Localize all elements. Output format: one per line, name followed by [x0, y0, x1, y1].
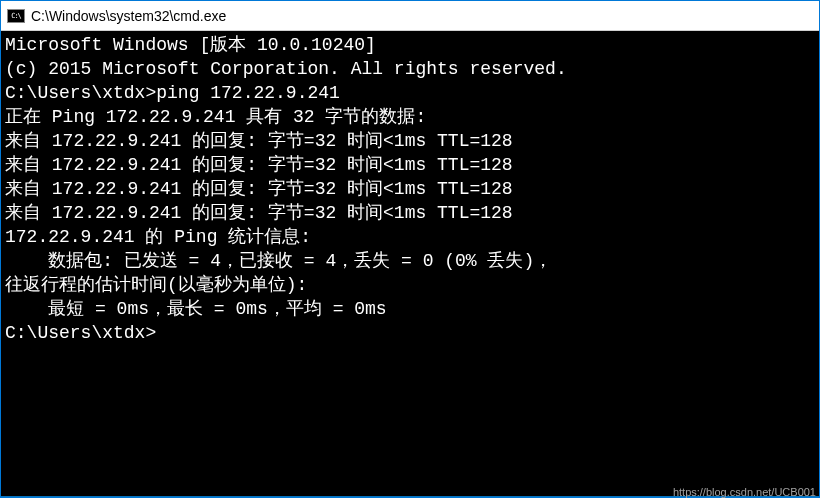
terminal-line: 来自 172.22.9.241 的回复: 字节=32 时间<1ms TTL=12…: [5, 153, 815, 177]
cmd-window: C:\ C:\Windows\system32\cmd.exe Microsof…: [0, 0, 820, 498]
terminal-line: 数据包: 已发送 = 4，已接收 = 4，丢失 = 0 (0% 丢失)，: [5, 249, 815, 273]
terminal-line: 最短 = 0ms，最长 = 0ms，平均 = 0ms: [5, 297, 815, 321]
terminal-prompt-line[interactable]: C:\Users\xtdx>: [5, 321, 815, 345]
terminal-line: 来自 172.22.9.241 的回复: 字节=32 时间<1ms TTL=12…: [5, 201, 815, 225]
terminal-line: (c) 2015 Microsoft Corporation. All righ…: [5, 57, 815, 81]
terminal-prompt: C:\Users\xtdx>: [5, 323, 156, 343]
terminal-line: 来自 172.22.9.241 的回复: 字节=32 时间<1ms TTL=12…: [5, 177, 815, 201]
window-title: C:\Windows\system32\cmd.exe: [31, 8, 226, 24]
terminal-line: 往返行程的估计时间(以毫秒为单位):: [5, 273, 815, 297]
terminal-line: 来自 172.22.9.241 的回复: 字节=32 时间<1ms TTL=12…: [5, 129, 815, 153]
terminal-line: C:\Users\xtdx>ping 172.22.9.241: [5, 81, 815, 105]
watermark-text: https://blog.csdn.net/UCB001: [673, 486, 816, 498]
cmd-icon: C:\: [7, 9, 25, 23]
terminal-line: 正在 Ping 172.22.9.241 具有 32 字节的数据:: [5, 105, 815, 129]
titlebar[interactable]: C:\ C:\Windows\system32\cmd.exe: [1, 1, 819, 31]
terminal-line: 172.22.9.241 的 Ping 统计信息:: [5, 225, 815, 249]
terminal-line: Microsoft Windows [版本 10.0.10240]: [5, 33, 815, 57]
terminal-area[interactable]: Microsoft Windows [版本 10.0.10240](c) 201…: [1, 31, 819, 347]
